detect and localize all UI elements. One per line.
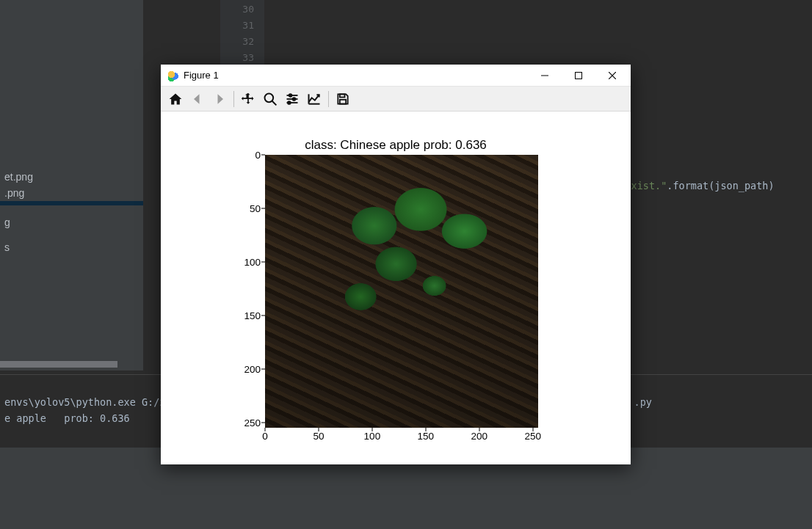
window-maximize-button[interactable] — [562, 65, 595, 87]
y-tick-label: 0 — [231, 150, 261, 161]
pan-icon[interactable] — [238, 89, 258, 109]
line-number: 32 — [220, 34, 254, 50]
project-sidebar: et.png .png g s — [0, 0, 143, 371]
figure-canvas[interactable]: class: Chinese apple prob: 0.636 0501001… — [161, 112, 631, 464]
toolbar-separator — [328, 91, 329, 107]
sidebar-scrollbar[interactable] — [0, 361, 117, 368]
code-line — [279, 32, 808, 48]
back-icon[interactable] — [187, 89, 208, 109]
line-number: 33 — [220, 50, 254, 66]
y-tick-label: 200 — [231, 363, 261, 374]
x-tick-label: 50 — [313, 431, 324, 442]
svg-rect-12 — [340, 94, 345, 97]
window-minimize-button[interactable] — [528, 65, 562, 87]
y-tick-mark — [261, 208, 265, 208]
edit-axis-icon[interactable] — [304, 89, 325, 109]
matplotlib-figure-window: Figure 1 — [161, 65, 631, 464]
x-tick-label: 200 — [471, 431, 487, 442]
matplotlib-app-icon — [167, 70, 178, 81]
svg-rect-1 — [576, 72, 582, 79]
window-titlebar[interactable]: Figure 1 — [161, 65, 631, 87]
y-tick-mark — [261, 315, 265, 315]
svg-line-5 — [272, 101, 277, 105]
plot-axes: 050100150200250050100150200250 — [265, 155, 538, 428]
y-tick-mark — [261, 368, 265, 369]
sidebar-item[interactable]: et.png — [0, 169, 143, 185]
line-number: 31 — [220, 18, 254, 34]
window-close-button[interactable] — [595, 65, 629, 87]
svg-point-9 — [293, 98, 296, 101]
y-tick-label: 150 — [231, 310, 261, 321]
sidebar-item[interactable]: .png — [0, 185, 143, 201]
toolbar-separator — [233, 91, 234, 107]
x-tick-label: 0 — [262, 431, 268, 442]
forward-icon[interactable] — [209, 89, 230, 109]
y-tick-mark — [261, 261, 265, 262]
sidebar-item[interactable]: g — [0, 214, 143, 230]
line-number: 30 — [220, 1, 254, 18]
y-tick-label: 100 — [231, 256, 261, 267]
svg-point-7 — [289, 94, 292, 97]
configure-subplots-icon[interactable] — [282, 89, 302, 109]
y-tick-label: 50 — [231, 203, 261, 214]
svg-rect-13 — [340, 99, 346, 103]
home-icon[interactable] — [165, 89, 186, 109]
x-tick-label: 150 — [418, 431, 435, 442]
window-title: Figure 1 — [184, 70, 219, 81]
zoom-icon[interactable] — [260, 89, 280, 109]
plot-image — [265, 155, 538, 428]
matplotlib-toolbar — [161, 87, 631, 112]
y-tick-mark — [261, 155, 265, 156]
sidebar-file-list: et.png .png g s — [0, 169, 143, 255]
sidebar-item[interactable]: s — [0, 239, 143, 255]
x-tick-label: 250 — [524, 431, 541, 442]
y-tick-label: 250 — [231, 417, 261, 428]
save-icon[interactable] — [333, 89, 353, 109]
x-tick-label: 100 — [364, 431, 381, 442]
svg-point-11 — [288, 101, 291, 104]
svg-point-4 — [265, 93, 274, 102]
y-tick-mark — [261, 422, 265, 423]
